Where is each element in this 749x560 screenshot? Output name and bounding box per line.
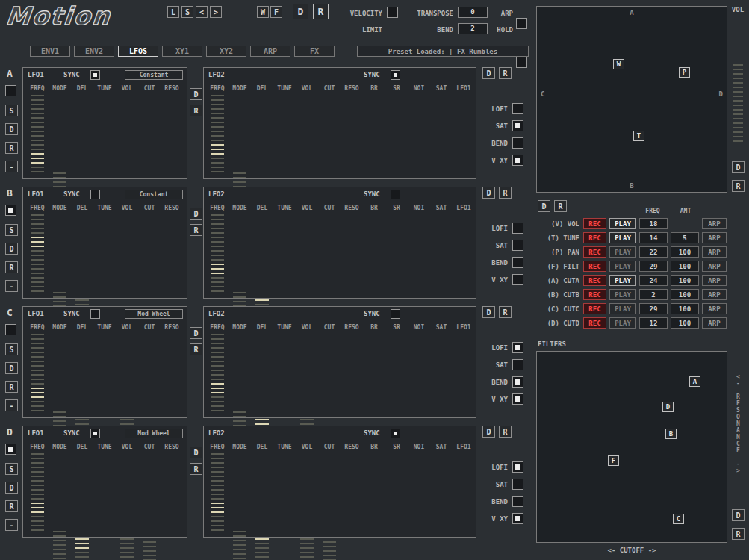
section-d-button[interactable]: D — [5, 362, 18, 374]
section-s-button[interactable]: S — [5, 105, 18, 116]
lfo1-d-button[interactable]: D — [190, 327, 202, 339]
top-d-button[interactable]: D — [293, 4, 308, 19]
arp-button[interactable]: ARP — [702, 289, 727, 300]
lfo-mode-select[interactable]: Constant — [125, 70, 183, 80]
rec-button[interactable]: REC — [583, 261, 606, 272]
section-s-button[interactable]: S — [5, 224, 18, 236]
toggle-checkbox-bend[interactable] — [512, 137, 523, 149]
arp-button[interactable]: ARP — [702, 317, 727, 329]
section-minus-button[interactable]: - — [5, 280, 18, 292]
arp-button[interactable]: ARP — [702, 246, 727, 258]
lfo1-r-button[interactable]: R — [190, 224, 202, 236]
slider-freq[interactable] — [31, 334, 44, 411]
section-r-button[interactable]: R — [5, 500, 18, 512]
slider-freq[interactable] — [211, 214, 224, 292]
section-enable-checkbox[interactable] — [5, 85, 16, 96]
freq-value[interactable]: 18 — [639, 218, 668, 229]
slider-freq[interactable] — [31, 453, 44, 531]
section-minus-button[interactable]: - — [5, 161, 18, 172]
lfo2-d-button[interactable]: D — [482, 306, 495, 318]
toggle-checkbox-bend[interactable] — [512, 496, 523, 507]
lfo2-r-button[interactable]: R — [499, 67, 512, 79]
toggle-checkbox-vxy[interactable] — [512, 393, 523, 405]
section-s-button[interactable]: S — [5, 463, 18, 475]
slider-freq[interactable] — [211, 95, 224, 172]
play-button[interactable]: PLAY — [609, 275, 636, 286]
arp-button[interactable]: ARP — [702, 232, 727, 243]
slider-freq[interactable] — [211, 453, 224, 531]
tab-env1[interactable]: ENV1 — [30, 46, 70, 57]
rec-button[interactable]: REC — [583, 232, 606, 243]
rec-button[interactable]: REC — [583, 246, 606, 258]
toggle-checkbox-vxy[interactable] — [512, 274, 523, 285]
play-button[interactable]: PLAY — [609, 289, 636, 300]
section-d-button[interactable]: D — [5, 243, 18, 255]
rec-button[interactable]: REC — [583, 303, 606, 314]
slider-mode[interactable] — [53, 531, 66, 560]
vol-slider[interactable] — [733, 61, 743, 142]
filters-marker-c[interactable]: C — [673, 514, 684, 524]
lfo-mode-select[interactable]: Constant — [125, 190, 183, 199]
freq-value[interactable]: 14 — [639, 232, 668, 243]
section-d-button[interactable]: D — [5, 123, 18, 135]
tab-xy2[interactable]: XY2 — [206, 46, 246, 57]
slider-mode[interactable] — [233, 531, 246, 560]
section-minus-button[interactable]: - — [5, 519, 18, 531]
velocity-checkbox[interactable] — [387, 7, 398, 18]
freq-value[interactable]: 29 — [639, 303, 668, 314]
tab-lfos[interactable]: LFOS — [118, 46, 158, 57]
sync-checkbox[interactable] — [90, 190, 100, 199]
arp-checkbox[interactable] — [516, 18, 527, 29]
mod-d-button[interactable]: D — [538, 200, 550, 212]
lfo1-d-button[interactable]: D — [190, 88, 202, 100]
toggle-checkbox-sat[interactable] — [512, 240, 523, 251]
toggle-checkbox-sat[interactable] — [512, 120, 523, 131]
top-button-f[interactable]: F — [270, 6, 282, 18]
toggle-checkbox-lofi[interactable] — [512, 342, 523, 353]
section-r-button[interactable]: R — [5, 142, 18, 154]
lfo2-r-button[interactable]: R — [499, 306, 512, 318]
arp-button[interactable]: ARP — [702, 261, 727, 272]
play-button[interactable]: PLAY — [609, 246, 636, 258]
amt-value[interactable]: 100 — [671, 303, 699, 314]
play-button[interactable]: PLAY — [609, 218, 636, 229]
lfo2-r-button[interactable]: R — [499, 187, 512, 199]
section-r-button[interactable]: R — [5, 381, 18, 393]
filters-d-button[interactable]: D — [732, 509, 745, 521]
slider-freq[interactable] — [211, 334, 224, 411]
lfo2-d-button[interactable]: D — [482, 67, 495, 79]
rec-button[interactable]: REC — [583, 317, 606, 329]
freq-value[interactable]: 24 — [639, 275, 668, 286]
amt-value[interactable]: 100 — [671, 317, 699, 329]
sync-checkbox[interactable] — [391, 309, 400, 319]
freq-value[interactable]: 29 — [639, 261, 668, 272]
lfo-mode-select[interactable]: Mod Wheel — [125, 429, 183, 438]
amt-value[interactable]: 100 — [671, 289, 699, 300]
filters-marker-a[interactable]: A — [689, 376, 700, 387]
rec-button[interactable]: REC — [583, 289, 606, 300]
tab-env2[interactable]: ENV2 — [74, 46, 114, 57]
filters-marker-f[interactable]: F — [608, 455, 619, 466]
sync-checkbox[interactable] — [391, 429, 400, 438]
xy1-r-button[interactable]: R — [732, 180, 745, 192]
section-r-button[interactable]: R — [5, 261, 18, 273]
lfo1-r-button[interactable]: R — [190, 105, 202, 116]
toggle-checkbox-lofi[interactable] — [512, 223, 523, 234]
play-button[interactable]: PLAY — [609, 317, 636, 329]
arp-button[interactable]: ARP — [702, 275, 727, 286]
tab-fx[interactable]: FX — [294, 46, 335, 57]
toggle-checkbox-lofi[interactable] — [512, 103, 523, 114]
nav-button-next[interactable]: > — [210, 6, 222, 18]
xy1-d-button[interactable]: D — [732, 161, 745, 173]
rec-button[interactable]: REC — [583, 275, 606, 286]
toggle-checkbox-sat[interactable] — [512, 479, 523, 490]
lfo2-r-button[interactable]: R — [499, 426, 512, 438]
amt-value[interactable]: 5 — [671, 232, 699, 243]
lfo1-r-button[interactable]: R — [190, 343, 202, 355]
amt-value[interactable]: 100 — [671, 261, 699, 272]
nav-button-prev[interactable]: < — [196, 6, 208, 18]
section-enable-checkbox[interactable] — [5, 444, 16, 455]
sync-checkbox[interactable] — [90, 70, 100, 80]
toggle-checkbox-bend[interactable] — [512, 376, 523, 388]
xy1-marker-t[interactable]: T — [633, 131, 644, 141]
